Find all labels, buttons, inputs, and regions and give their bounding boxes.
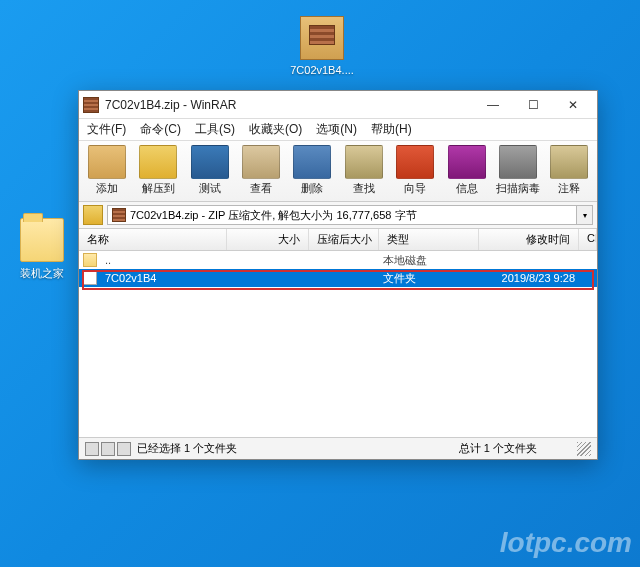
toolbar-extract-button[interactable]: 解压到 [132, 143, 183, 199]
archive-icon [300, 16, 344, 60]
desktop-folder-icon[interactable]: 装机之家 [2, 218, 82, 281]
scan-icon [499, 145, 537, 179]
winrar-window: 7C02v1B4.zip - WinRAR — ☐ ✕ 文件(F) 命令(C) … [78, 90, 598, 460]
desktop-zip-icon[interactable]: 7C02v1B4.... [282, 16, 362, 76]
folder-icon [83, 253, 97, 267]
info-icon [448, 145, 486, 179]
menu-options[interactable]: 选项(N) [316, 121, 357, 138]
path-field[interactable]: 7C02v1B4.zip - ZIP 压缩文件, 解包大小为 16,777,65… [107, 205, 577, 225]
list-item[interactable]: .. 本地磁盘 [79, 251, 597, 269]
toolbar-comment-button[interactable]: 注释 [544, 143, 595, 199]
menu-help[interactable]: 帮助(H) [371, 121, 412, 138]
menu-tools[interactable]: 工具(S) [195, 121, 235, 138]
toolbar-delete-button[interactable]: 删除 [287, 143, 338, 199]
toolbar: 添加 解压到 测试 查看 删除 查找 向导 信息 扫描病毒 注释 [79, 141, 597, 202]
column-date[interactable]: 修改时间 [479, 229, 579, 250]
maximize-button[interactable]: ☐ [513, 93, 553, 117]
wizard-icon [396, 145, 434, 179]
list-item[interactable]: 7C02v1B4 文件夹 2019/8/23 9:28 [79, 269, 597, 287]
menu-favorites[interactable]: 收藏夹(O) [249, 121, 302, 138]
archive-icon [112, 208, 126, 222]
toolbar-scan-button[interactable]: 扫描病毒 [492, 143, 543, 199]
watermark: lotpc.com [500, 527, 632, 559]
window-title: 7C02v1B4.zip - WinRAR [105, 98, 473, 112]
column-name[interactable]: 名称 [79, 229, 227, 250]
app-icon [83, 97, 99, 113]
test-icon [191, 145, 229, 179]
status-total: 总计 1 个文件夹 [459, 441, 577, 456]
column-compressed[interactable]: 压缩后大小 [309, 229, 379, 250]
status-icons [85, 442, 131, 456]
path-text: 7C02v1B4.zip - ZIP 压缩文件, 解包大小为 16,777,65… [130, 208, 417, 223]
status-selection: 已经选择 1 个文件夹 [137, 441, 459, 456]
column-size[interactable]: 大小 [227, 229, 309, 250]
close-button[interactable]: ✕ [553, 93, 593, 117]
resize-grip[interactable] [577, 442, 591, 456]
add-icon [88, 145, 126, 179]
toolbar-view-button[interactable]: 查看 [235, 143, 286, 199]
toolbar-info-button[interactable]: 信息 [441, 143, 492, 199]
menu-command[interactable]: 命令(C) [140, 121, 181, 138]
address-bar: 7C02v1B4.zip - ZIP 压缩文件, 解包大小为 16,777,65… [79, 202, 597, 229]
folder-icon [83, 271, 97, 285]
minimize-button[interactable]: — [473, 93, 513, 117]
extract-icon [139, 145, 177, 179]
menubar: 文件(F) 命令(C) 工具(S) 收藏夹(O) 选项(N) 帮助(H) [79, 119, 597, 141]
toolbar-test-button[interactable]: 测试 [184, 143, 235, 199]
comment-icon [550, 145, 588, 179]
desktop-icon-label: 7C02v1B4.... [282, 64, 362, 76]
path-dropdown-button[interactable]: ▾ [577, 205, 593, 225]
file-list[interactable]: .. 本地磁盘 7C02v1B4 文件夹 2019/8/23 9:28 [79, 251, 597, 437]
column-type[interactable]: 类型 [379, 229, 479, 250]
status-bar: 已经选择 1 个文件夹 总计 1 个文件夹 [79, 437, 597, 459]
view-icon [242, 145, 280, 179]
toolbar-wizard-button[interactable]: 向导 [389, 143, 440, 199]
find-icon [345, 145, 383, 179]
toolbar-add-button[interactable]: 添加 [81, 143, 132, 199]
titlebar[interactable]: 7C02v1B4.zip - WinRAR — ☐ ✕ [79, 91, 597, 119]
delete-icon [293, 145, 331, 179]
column-crc[interactable]: CRC32 [579, 229, 597, 250]
folder-icon [20, 218, 64, 262]
desktop-icon-label: 装机之家 [2, 266, 82, 281]
list-header: 名称 大小 压缩后大小 类型 修改时间 CRC32 [79, 229, 597, 251]
up-button[interactable] [83, 205, 103, 225]
menu-file[interactable]: 文件(F) [87, 121, 126, 138]
toolbar-find-button[interactable]: 查找 [338, 143, 389, 199]
